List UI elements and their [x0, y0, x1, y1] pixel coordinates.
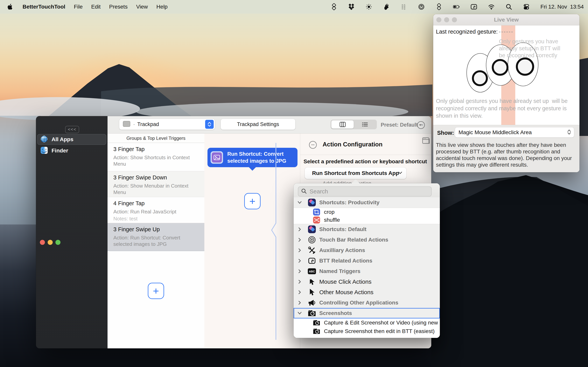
chevron-collapsed-icon[interactable] [297, 227, 302, 232]
menu-bar: BetterTouchTool File Edit Presets View H… [0, 0, 588, 14]
group-row-mouse-click[interactable]: Mouse Click Actions [294, 276, 440, 287]
close-button[interactable] [436, 17, 441, 22]
cursor-icon [308, 277, 316, 286]
wifi-icon[interactable] [488, 3, 495, 10]
chevron-collapsed-icon[interactable] [297, 259, 302, 263]
close-button[interactable] [40, 240, 45, 245]
group-row-controlling-apps[interactable]: Controlling Other Applications [294, 298, 440, 308]
minimize-button[interactable] [444, 17, 449, 22]
action-card-pointer [249, 167, 256, 171]
menu-presets[interactable]: Presets [109, 4, 128, 10]
action-row-shuffle[interactable]: shuffle [294, 216, 440, 224]
assigned-action-card[interactable]: Run Shortcut: Convert selected images to… [208, 148, 297, 167]
sidebar-collapse-button[interactable]: <<< [65, 126, 79, 133]
last-gesture-label: Last recognized gesture: [436, 29, 498, 35]
action-row-capture-btt[interactable]: Capture Screenshot then edit in BTT (eas… [294, 327, 440, 335]
search-icon[interactable] [505, 3, 512, 10]
device-bullet: · [133, 121, 135, 127]
zoom-button[interactable] [452, 17, 457, 22]
chevron-expanded-icon[interactable] [297, 201, 302, 204]
brightness-icon[interactable] [365, 3, 372, 10]
group-row-auxilliary[interactable]: Auxilliary Actions [294, 245, 440, 256]
globe-icon [40, 135, 48, 144]
megaphone-icon [308, 299, 316, 307]
group-row-other-mouse[interactable]: Other Mouse Actions [294, 287, 440, 298]
group-row-btt-related[interactable]: BTT Related Actions [294, 256, 440, 266]
group-row-touch-bar[interactable]: Touch Bar Related Actions [294, 234, 440, 245]
shuffle-icon [312, 216, 321, 224]
action-row-capture-edit[interactable]: Capture & Edit Screenshot or Video (usin… [294, 318, 440, 327]
action-config-title: Action Configuration [323, 141, 382, 148]
camera-icon [312, 318, 321, 327]
triggers-list: 3 Finger Tap Action: Show Shortcuts in C… [108, 143, 204, 348]
diamonds-outline-icon[interactable] [435, 3, 442, 10]
predefined-action-value: Run Shortcut from Shortcuts App [312, 170, 399, 176]
zoom-button[interactable] [55, 240, 61, 245]
diamond-stack-icon[interactable] [330, 3, 337, 10]
abc-icon: ABC [308, 267, 316, 275]
search-field[interactable] [298, 186, 432, 197]
triggers-column-header: Groups & Top Level Triggers [108, 133, 204, 143]
chevron-collapsed-icon[interactable] [297, 269, 302, 274]
bar-chart-icon[interactable] [400, 3, 407, 10]
add-trigger-button[interactable]: + [148, 283, 164, 299]
search-input[interactable] [310, 188, 426, 195]
chevron-collapsed-icon[interactable] [297, 237, 302, 242]
menu-bar-clock[interactable]: Fri 12. Nov 13:54 [540, 4, 584, 10]
device-selector[interactable]: · Trackpad [119, 119, 215, 130]
live-view-titlebar[interactable]: Live View [433, 14, 579, 25]
chevron-collapsed-icon[interactable] [297, 300, 302, 305]
minimize-button[interactable] [48, 240, 53, 245]
apple-icon[interactable] [7, 3, 14, 10]
menu-view[interactable]: View [136, 4, 148, 10]
trigger-row[interactable]: 4 Finger Tap Action: Run Real JavaScript… [108, 197, 204, 223]
action-config-menu-icon[interactable]: ••• [309, 141, 317, 149]
chevron-expanded-icon[interactable] [297, 312, 302, 315]
chevron-collapsed-icon[interactable] [297, 290, 302, 295]
chevron-down-icon [398, 171, 403, 175]
finder-icon [40, 146, 48, 155]
hand-gesture-icon[interactable] [383, 3, 390, 10]
assigned-action-title: Run Shortcut: Convert selected images to… [227, 150, 288, 165]
list-view-button[interactable] [354, 120, 376, 129]
live-view-footer: Show: Magic Mouse Middleclick Area This … [433, 125, 579, 172]
menu-help[interactable]: Help [156, 4, 168, 10]
app-menu-title[interactable]: BetterTouchTool [23, 4, 65, 10]
show-dropdown[interactable]: Magic Mouse Middleclick Area [455, 127, 574, 137]
trigger-title: 3 Finger Tap [113, 146, 199, 152]
predefined-action-dropdown[interactable]: Run Shortcut from Shortcuts App [305, 167, 406, 179]
live-view-window: Live View Last recognized gesture: -----… [433, 14, 579, 172]
trigger-row-selected[interactable]: 3 Finger Swipe Up Action: Run Shortcut: … [108, 223, 204, 251]
menu-edit[interactable]: Edit [91, 4, 101, 10]
group-row-shortcuts-default[interactable]: Shortcuts: Default [294, 224, 440, 234]
device-stepper[interactable] [205, 120, 214, 129]
control-center-icon[interactable] [523, 3, 530, 10]
trigger-row[interactable]: 3 Finger Tap Action: Show Shortcuts in C… [108, 143, 204, 171]
group-row-screenshots[interactable]: Screenshots [294, 308, 440, 318]
sidebar-item-all-apps[interactable]: All Apps [37, 134, 106, 144]
group-row-shortcuts-productivity[interactable]: Shortcuts: Productivity [294, 197, 440, 208]
more-options-button[interactable]: ••• [417, 121, 425, 129]
gesture-watermark-text: Only gestures you have already setup in … [499, 38, 568, 59]
one-switch-icon[interactable] [418, 3, 425, 10]
preset-menu[interactable]: Preset: Default ▾ [381, 116, 422, 133]
camera-icon [312, 327, 321, 335]
add-action-button[interactable]: + [244, 193, 260, 209]
sidebar-item-finder[interactable]: Finder [37, 146, 106, 156]
show-label: Show: [437, 130, 454, 136]
trackpad-icon[interactable] [470, 3, 477, 10]
svg-text:ABC: ABC [309, 270, 315, 273]
battery-icon[interactable] [453, 3, 460, 10]
chevron-collapsed-icon[interactable] [297, 248, 302, 253]
dropbox-icon[interactable] [348, 3, 355, 10]
action-row-crop[interactable]: crop [294, 208, 440, 216]
panel-toggle-icon[interactable] [422, 136, 430, 146]
chevron-collapsed-icon[interactable] [297, 279, 302, 284]
columns-view-button[interactable] [331, 120, 354, 129]
trigger-row[interactable]: 3 Finger Swipe Down Action: Show Menubar… [108, 171, 204, 197]
group-row-named-triggers[interactable]: ABC Named Triggers [294, 266, 440, 276]
show-dropdown-value: Magic Mouse Middleclick Area [458, 129, 532, 135]
trackpad-settings-button[interactable]: Trackpad Settings [221, 119, 295, 130]
menu-file[interactable]: File [74, 4, 83, 10]
live-view-description: This live view shows the touches after t… [436, 142, 574, 168]
